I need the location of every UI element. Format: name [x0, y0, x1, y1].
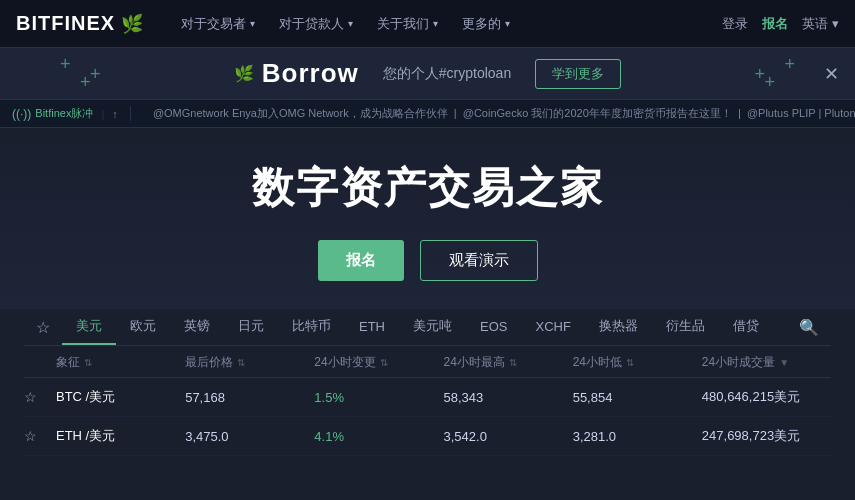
col-change: 24小时变更 ⇅	[314, 354, 443, 371]
tab-derivatives[interactable]: 衍生品	[652, 309, 719, 345]
market-table: 象征 ⇅ 最后价格 ⇅ 24小时变更 ⇅ 24小时最高 ⇅ 24小时低 ⇅ 24…	[24, 346, 831, 456]
chevron-down-icon: ▾	[433, 18, 438, 29]
nav-lenders[interactable]: 对于贷款人 ▾	[269, 11, 363, 37]
nav-more[interactable]: 更多的 ▾	[452, 11, 520, 37]
banner-subtitle: 您的个人#cryptoloan	[383, 65, 511, 83]
hero-buttons: 报名 观看演示	[318, 240, 538, 281]
header: BITFINEX 🌿 对于交易者 ▾ 对于贷款人 ▾ 关于我们 ▾ 更多的 ▾ …	[0, 0, 855, 48]
tab-eos[interactable]: EOS	[466, 311, 521, 344]
row-low: 55,854	[573, 390, 702, 405]
hero-section: 数字资产交易之家 报名 观看演示	[0, 128, 855, 309]
plus-decoration: +	[60, 54, 71, 75]
sort-icon[interactable]: ⇅	[237, 357, 245, 368]
hero-title: 数字资产交易之家	[252, 160, 604, 216]
row-low: 3,281.0	[573, 429, 702, 444]
logo-text: BITFINEX	[16, 12, 115, 35]
hero-signup-button[interactable]: 报名	[318, 240, 404, 281]
col-high: 24小时最高 ⇅	[444, 354, 573, 371]
chevron-down-icon: ▾	[505, 18, 510, 29]
sort-icon[interactable]: ⇅	[380, 357, 388, 368]
ticker-pulse-text: Bitfinex脉冲	[35, 106, 93, 121]
table-row: ☆ BTC /美元 57,168 1.5% 58,343 55,854 480,…	[24, 378, 831, 417]
row-price: 57,168	[185, 390, 314, 405]
star-icon[interactable]: ☆	[24, 428, 37, 444]
nav-about[interactable]: 关于我们 ▾	[367, 11, 448, 37]
col-price: 最后价格 ⇅	[185, 354, 314, 371]
row-volume: 247,698,723美元	[702, 427, 831, 445]
col-symbol: 象征 ⇅	[56, 354, 185, 371]
banner-close-button[interactable]: ✕	[824, 63, 839, 85]
header-right: 登录 报名 英语 ▾	[722, 15, 839, 33]
row-pair[interactable]: BTC /美元	[56, 388, 185, 406]
row-pair[interactable]: ETH /美元	[56, 427, 185, 445]
col-low: 24小时低 ⇅	[573, 354, 702, 371]
tab-lending[interactable]: 借贷	[719, 309, 773, 345]
row-star[interactable]: ☆	[24, 428, 56, 444]
plus-decoration: +	[764, 72, 775, 93]
ticker-label: ((·)) Bitfinex脉冲 | ↑	[0, 106, 131, 121]
tab-jpy[interactable]: 日元	[224, 309, 278, 345]
ticker-content: @OMGnetwork Enya加入OMG Network，成为战略合作伙伴 |…	[131, 106, 855, 121]
tab-exchange[interactable]: 换热器	[585, 309, 652, 345]
tab-usd[interactable]: 美元	[62, 309, 116, 345]
search-icon[interactable]: 🔍	[787, 310, 831, 345]
market-section: ☆ 美元 欧元 英镑 日元 比特币 ETH 美元吨 EOS XCHF 换热器	[0, 309, 855, 456]
login-button[interactable]: 登录	[722, 15, 748, 33]
plus-decoration: +	[754, 63, 765, 84]
plus-decoration: +	[784, 54, 795, 75]
sort-icon[interactable]: ▼	[779, 357, 789, 368]
news-ticker: ((·)) Bitfinex脉冲 | ↑ @OMGnetwork Enya加入O…	[0, 100, 855, 128]
tab-eth[interactable]: ETH	[345, 311, 399, 344]
row-change: 4.1%	[314, 429, 443, 444]
sort-icon[interactable]: ⇅	[509, 357, 517, 368]
borrow-leaf-icon: 🌿	[234, 64, 254, 83]
banner-cta-button[interactable]: 学到更多	[535, 59, 621, 89]
banner-borrow-section: 🌿 Borrow	[234, 58, 359, 89]
tab-btc[interactable]: 比特币	[278, 309, 345, 345]
plus-decoration: +	[90, 63, 101, 84]
favorites-tab[interactable]: ☆	[24, 310, 62, 345]
row-change: 1.5%	[314, 390, 443, 405]
hero-demo-button[interactable]: 观看演示	[420, 240, 538, 281]
nav-traders[interactable]: 对于交易者 ▾	[171, 11, 265, 37]
tab-xchf[interactable]: XCHF	[521, 311, 584, 344]
row-volume: 480,646,215美元	[702, 388, 831, 406]
sort-icon[interactable]: ⇅	[84, 357, 92, 368]
row-star[interactable]: ☆	[24, 389, 56, 405]
row-price: 3,475.0	[185, 429, 314, 444]
col-star	[24, 354, 56, 371]
signup-button[interactable]: 报名	[762, 15, 788, 33]
logo-leaf-icon: 🌿	[121, 13, 143, 35]
chevron-down-icon: ▾	[348, 18, 353, 29]
tab-gbp[interactable]: 英镑	[170, 309, 224, 345]
tab-eur[interactable]: 欧元	[116, 309, 170, 345]
table-header: 象征 ⇅ 最后价格 ⇅ 24小时变更 ⇅ 24小时最高 ⇅ 24小时低 ⇅ 24…	[24, 346, 831, 378]
promo-banner: + + + + + + 🌿 Borrow 您的个人#cryptoloan 学到更…	[0, 48, 855, 100]
sort-icon[interactable]: ⇅	[626, 357, 634, 368]
logo: BITFINEX 🌿	[16, 12, 143, 35]
col-volume: 24小时成交量 ▼	[702, 354, 831, 371]
table-row: ☆ ETH /美元 3,475.0 4.1% 3,542.0 3,281.0 2…	[24, 417, 831, 456]
language-selector[interactable]: 英语 ▾	[802, 15, 839, 33]
chevron-down-icon: ▾	[250, 18, 255, 29]
nav-links: 对于交易者 ▾ 对于贷款人 ▾ 关于我们 ▾ 更多的 ▾	[171, 11, 722, 37]
row-high: 58,343	[444, 390, 573, 405]
borrow-title: Borrow	[262, 58, 359, 89]
plus-decoration: +	[80, 72, 91, 93]
market-tabs: ☆ 美元 欧元 英镑 日元 比特币 ETH 美元吨 EOS XCHF 换热器	[24, 309, 831, 346]
tab-usdt[interactable]: 美元吨	[399, 309, 466, 345]
row-high: 3,542.0	[444, 429, 573, 444]
star-icon[interactable]: ☆	[24, 389, 37, 405]
